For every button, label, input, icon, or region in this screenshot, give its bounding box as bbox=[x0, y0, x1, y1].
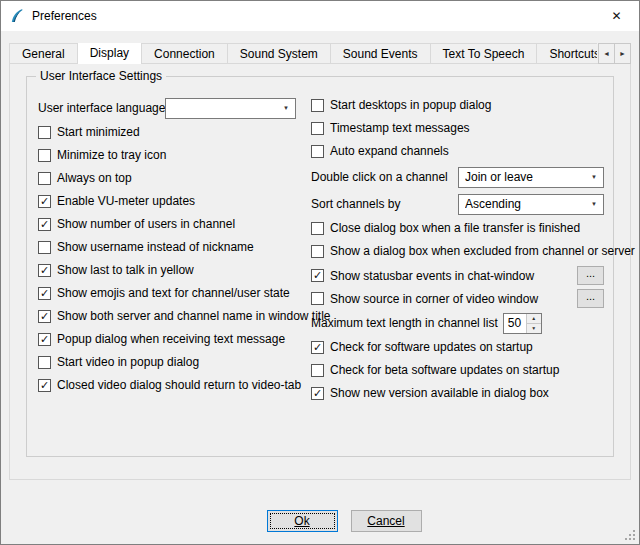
checkbox[interactable] bbox=[38, 356, 51, 369]
ok-button[interactable]: Ok bbox=[267, 510, 338, 532]
resize-grip[interactable] bbox=[624, 529, 636, 541]
tab-connection[interactable]: Connection bbox=[141, 43, 228, 64]
checkbox-video-source-corner-row[interactable]: Show source in corner of video window ..… bbox=[311, 289, 604, 308]
sort-channels-row: Sort channels by Ascending ▼ bbox=[311, 193, 604, 215]
checkbox-label[interactable]: Show emojis and text for channel/user st… bbox=[57, 286, 290, 300]
checkbox[interactable]: ✓ bbox=[311, 341, 324, 354]
spinner-buttons: ▲ ▼ bbox=[526, 314, 541, 333]
checkbox-minimize-to-tray[interactable]: Minimize to tray icon bbox=[38, 147, 296, 163]
language-label: User interface language bbox=[38, 101, 165, 115]
checkbox-dialog-when-excluded[interactable]: Show a dialog box when excluded from cha… bbox=[311, 243, 604, 259]
checkbox[interactable] bbox=[311, 245, 324, 258]
checkbox[interactable] bbox=[311, 292, 324, 305]
right-column: Start desktops in popup dialog Timestamp… bbox=[311, 97, 604, 408]
checkbox-emojis-and-text[interactable]: ✓ Show emojis and text for channel/user … bbox=[38, 285, 296, 301]
group-user-interface-settings: User Interface Settings User interface l… bbox=[26, 76, 614, 457]
checkbox-label[interactable]: Show both server and channel name in win… bbox=[57, 309, 331, 323]
checkbox[interactable]: ✓ bbox=[38, 287, 51, 300]
checkbox-label[interactable]: Show a dialog box when excluded from cha… bbox=[330, 244, 635, 258]
checkbox-check-updates-startup[interactable]: ✓ Check for software updates on startup bbox=[311, 339, 604, 355]
checkbox-label[interactable]: Popup dialog when receiving text message bbox=[57, 332, 285, 346]
checkbox-new-version-dialog[interactable]: ✓ Show new version available in dialog b… bbox=[311, 385, 604, 401]
checkbox-label[interactable]: Show last to talk in yellow bbox=[57, 263, 194, 277]
checkbox-label[interactable]: Start minimized bbox=[57, 125, 140, 139]
statusbar-events-options-button[interactable]: ... bbox=[577, 266, 604, 285]
checkbox-label[interactable]: Timestamp text messages bbox=[330, 121, 470, 135]
checkbox-label[interactable]: Start desktops in popup dialog bbox=[330, 98, 491, 112]
checkbox[interactable] bbox=[311, 99, 324, 112]
checkbox-server-channel-in-title[interactable]: ✓ Show both server and channel name in w… bbox=[38, 308, 296, 324]
checkbox[interactable]: ✓ bbox=[38, 195, 51, 208]
sort-channels-combobox[interactable]: Ascending ▼ bbox=[458, 194, 604, 215]
checkbox-popup-on-text-message[interactable]: ✓ Popup dialog when receiving text messa… bbox=[38, 331, 296, 347]
checkbox-always-on-top[interactable]: Always on top bbox=[38, 170, 296, 186]
checkbox[interactable]: ✓ bbox=[38, 264, 51, 277]
checkbox-username-instead-nickname[interactable]: Show username instead of nickname bbox=[38, 239, 296, 255]
checkbox-check-beta-updates-startup[interactable]: Check for beta software updates on start… bbox=[311, 362, 604, 378]
checkbox[interactable] bbox=[311, 145, 324, 158]
tab-scroll-buttons: ◄ ► bbox=[599, 43, 631, 64]
spinner-up-icon[interactable]: ▲ bbox=[527, 314, 541, 323]
checkbox[interactable] bbox=[38, 241, 51, 254]
checkbox-label[interactable]: Enable VU-meter updates bbox=[57, 194, 195, 208]
checkbox[interactable] bbox=[311, 122, 324, 135]
checkbox[interactable]: ✓ bbox=[38, 218, 51, 231]
tab-general[interactable]: General bbox=[9, 43, 78, 64]
tab-scroll-left-icon[interactable]: ◄ bbox=[598, 43, 615, 64]
checkbox-label[interactable]: Show statusbar events in chat-window bbox=[330, 269, 534, 283]
checkbox-label[interactable]: Always on top bbox=[57, 171, 132, 185]
checkbox[interactable] bbox=[311, 222, 324, 235]
checkbox-auto-expand-channels[interactable]: Auto expand channels bbox=[311, 143, 604, 159]
preferences-dialog: Preferences ✕ General Display Connection… bbox=[0, 0, 640, 545]
cancel-button[interactable]: Cancel bbox=[351, 510, 422, 532]
double-click-combobox[interactable]: Join or leave ▼ bbox=[458, 167, 604, 188]
checkbox-statusbar-events-row[interactable]: ✓ Show statusbar events in chat-window .… bbox=[311, 266, 604, 285]
max-text-length-row: Maximum text length in channel list 50 ▲… bbox=[311, 312, 604, 334]
checkbox-label[interactable]: Close dialog box when a file transfer is… bbox=[330, 221, 580, 235]
language-combobox[interactable]: ▼ bbox=[165, 98, 296, 119]
checkbox-label[interactable]: Closed video dialog should return to vid… bbox=[57, 378, 301, 392]
checkbox-label[interactable]: Show username instead of nickname bbox=[57, 240, 254, 254]
sort-channels-label: Sort channels by bbox=[311, 197, 400, 211]
checkbox-start-minimized[interactable]: Start minimized bbox=[38, 124, 296, 140]
spinner-down-icon[interactable]: ▼ bbox=[527, 323, 541, 333]
checkbox-last-to-talk-yellow[interactable]: ✓ Show last to talk in yellow bbox=[38, 262, 296, 278]
checkbox-label[interactable]: Minimize to tray icon bbox=[57, 148, 166, 162]
checkbox-label[interactable]: Check for software updates on startup bbox=[330, 340, 533, 354]
close-icon[interactable]: ✕ bbox=[594, 1, 639, 31]
checkbox[interactable] bbox=[38, 149, 51, 162]
checkbox-show-user-count[interactable]: ✓ Show number of users in channel bbox=[38, 216, 296, 232]
checkbox-label[interactable]: Check for beta software updates on start… bbox=[330, 363, 559, 377]
tab-shortcuts[interactable]: Shortcuts bbox=[536, 43, 597, 64]
checkbox-label[interactable]: Show new version available in dialog box bbox=[330, 386, 549, 400]
checkbox[interactable] bbox=[38, 172, 51, 185]
max-text-length-spinner[interactable]: 50 ▲ ▼ bbox=[503, 313, 542, 334]
checkbox-label[interactable]: Show source in corner of video window bbox=[330, 292, 538, 306]
tab-sound-system[interactable]: Sound System bbox=[227, 43, 331, 64]
checkbox[interactable]: ✓ bbox=[311, 387, 324, 400]
checkbox-vu-meter-updates[interactable]: ✓ Enable VU-meter updates bbox=[38, 193, 296, 209]
tab-display[interactable]: Display bbox=[77, 43, 142, 64]
checkbox-label[interactable]: Auto expand channels bbox=[330, 144, 449, 158]
checkbox-timestamp-messages[interactable]: Timestamp text messages bbox=[311, 120, 604, 136]
checkbox-closed-video-return-tab[interactable]: ✓ Closed video dialog should return to v… bbox=[38, 377, 296, 393]
max-text-length-label: Maximum text length in channel list bbox=[311, 316, 498, 330]
checkbox[interactable] bbox=[38, 126, 51, 139]
checkbox[interactable]: ✓ bbox=[38, 333, 51, 346]
tab-sound-events[interactable]: Sound Events bbox=[330, 43, 431, 64]
tab-scroll-right-icon[interactable]: ► bbox=[614, 43, 631, 64]
video-source-options-button[interactable]: ... bbox=[577, 289, 604, 308]
tab-text-to-speech[interactable]: Text To Speech bbox=[430, 43, 538, 64]
group-title: User Interface Settings bbox=[36, 69, 166, 83]
checkbox[interactable]: ✓ bbox=[38, 310, 51, 323]
checkbox[interactable] bbox=[311, 364, 324, 377]
checkbox-close-on-transfer-finished[interactable]: Close dialog box when a file transfer is… bbox=[311, 220, 604, 236]
chevron-down-icon: ▼ bbox=[277, 105, 289, 111]
checkbox[interactable]: ✓ bbox=[38, 379, 51, 392]
checkbox-label[interactable]: Show number of users in channel bbox=[57, 217, 235, 231]
checkbox-video-popup-dialog[interactable]: Start video in popup dialog bbox=[38, 354, 296, 370]
checkbox-label[interactable]: Start video in popup dialog bbox=[57, 355, 199, 369]
checkbox[interactable]: ✓ bbox=[311, 269, 324, 282]
titlebar: Preferences ✕ bbox=[1, 1, 639, 31]
checkbox-desktops-popup-dialog[interactable]: Start desktops in popup dialog bbox=[311, 97, 604, 113]
